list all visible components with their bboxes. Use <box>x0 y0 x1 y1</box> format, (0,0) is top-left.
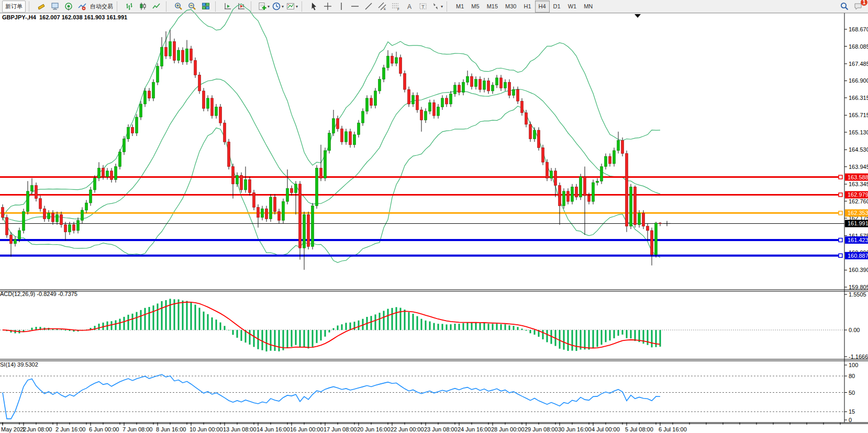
candle-down <box>349 132 352 145</box>
candle-down <box>525 113 528 124</box>
candle-down <box>240 175 243 190</box>
candle-down <box>73 225 75 231</box>
candle-up <box>550 171 553 178</box>
candle-down <box>198 75 201 91</box>
candle-up <box>533 130 536 139</box>
candle-up <box>69 225 71 232</box>
candle-down <box>203 91 205 108</box>
candle-down <box>10 235 13 244</box>
macd-signal-line <box>3 302 660 348</box>
candle-up <box>270 197 272 219</box>
candle-down <box>647 226 649 230</box>
candles <box>2 30 671 270</box>
candle-down <box>253 193 255 208</box>
time-axis-label: 16 Jun 00:00 <box>290 426 324 432</box>
candle-up <box>23 212 25 231</box>
time-axis-label: 17 Jun 08:00 <box>324 426 357 432</box>
candle-up <box>14 240 17 244</box>
candle-up <box>596 181 599 183</box>
candle-up <box>328 133 331 151</box>
candle-up <box>18 231 21 240</box>
candle-down <box>634 187 637 224</box>
candle-up <box>123 139 126 152</box>
price-chart[interactable]: 168.670168.085167.485166.900166.315165.7… <box>0 0 868 433</box>
time-axis-label: 1 Jun 08:00 <box>22 426 52 432</box>
candle-up <box>492 85 494 91</box>
candle-down <box>274 197 276 212</box>
candle-down <box>609 156 611 164</box>
candle-down <box>228 142 230 166</box>
candle-down <box>584 177 586 196</box>
candle-up <box>600 166 603 181</box>
candle-down <box>575 187 578 197</box>
time-axis-label: 23 Jun 08:00 <box>424 426 458 432</box>
candle-down <box>567 191 570 201</box>
candle-up <box>450 94 452 104</box>
candle-up <box>395 58 398 63</box>
rsi-line <box>3 374 660 419</box>
price-label-badge-text: 161.423 <box>848 237 868 243</box>
candle-up <box>94 178 96 190</box>
time-axis-label: 13 Jun 08:00 <box>223 426 257 432</box>
candle-up <box>580 177 582 197</box>
price-label-badge-text: 161.991 <box>848 220 868 226</box>
candle-up <box>144 91 147 104</box>
candle-down <box>370 98 373 106</box>
candle-down <box>219 107 222 123</box>
candle-down <box>479 79 482 89</box>
price-label-badge-text: 163.588 <box>848 174 868 180</box>
candle-up <box>504 82 507 88</box>
candle-down <box>626 153 628 226</box>
time-axis-label: 30 Jun 16:00 <box>558 426 592 432</box>
candle-up <box>466 76 469 82</box>
candle-down <box>52 213 54 222</box>
time-axis-label: 29 Jun 08:00 <box>525 426 558 432</box>
candle-down <box>517 89 519 101</box>
rsi-indicator-label: SI(14) 39.5302 <box>0 361 38 368</box>
mt4-terminal-window: { "toolbar": { "new_order_label": "新订单",… <box>0 0 868 433</box>
candle-down <box>194 61 197 75</box>
price-label-badge-text: 162.979 <box>848 191 868 198</box>
candle-up <box>90 190 92 203</box>
time-axis-label: 20 Jun 16:00 <box>357 426 391 432</box>
candle-up <box>605 156 607 166</box>
candle-up <box>316 168 318 206</box>
candle-up <box>462 82 465 92</box>
candle-down <box>341 129 343 142</box>
line-handle-marker <box>839 193 842 197</box>
line-handle-marker <box>839 175 842 179</box>
candle-down <box>102 168 105 177</box>
candle-up <box>332 119 335 133</box>
candle-down <box>659 223 662 224</box>
candle-down <box>257 207 260 217</box>
candle-down <box>173 41 176 60</box>
rsi-scale-label: 100 <box>849 362 858 368</box>
candle-down <box>529 124 532 139</box>
candle-up <box>513 89 515 95</box>
line-handle-marker <box>839 211 842 215</box>
candle-down <box>500 78 503 88</box>
candle-down <box>2 207 4 217</box>
candle-up <box>454 85 457 94</box>
chart-shift-marker[interactable] <box>635 14 641 18</box>
candle-down <box>420 110 423 120</box>
candle-up <box>27 191 29 212</box>
rsi-scale-label: 50 <box>849 390 855 396</box>
time-axis-label: 6 Jul 16:00 <box>659 426 687 432</box>
symbol-ohlc-header: GBPJPY-,H4 162.007 162.038 161.903 161.9… <box>2 14 127 20</box>
bb-upper <box>3 4 660 218</box>
candle-up <box>119 152 121 167</box>
candle-down <box>190 49 193 60</box>
candle-down <box>232 166 235 184</box>
candle-down <box>43 209 46 219</box>
candle-down <box>542 147 544 162</box>
candle-down <box>399 58 402 74</box>
candle-up <box>311 206 314 247</box>
macd-scale-label: 0.00 <box>849 327 860 333</box>
price-tick-label: 167.485 <box>849 61 868 67</box>
candle-up <box>425 111 427 120</box>
candle-up <box>324 151 327 178</box>
line-handle-marker <box>839 238 842 242</box>
price-tick-label: 160.390 <box>849 267 868 273</box>
candle-down <box>651 231 653 255</box>
